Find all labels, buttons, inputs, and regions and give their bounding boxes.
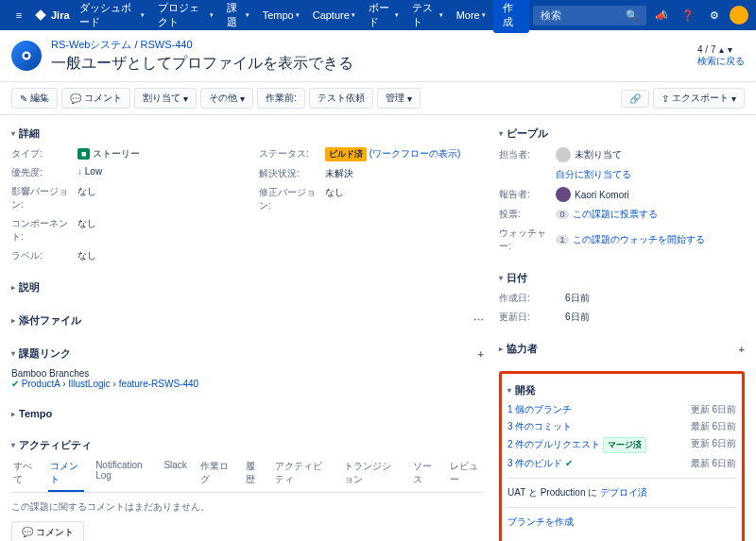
jira-logo[interactable]: Jira (34, 8, 70, 22)
pager-up-icon[interactable]: ▴ (719, 44, 724, 55)
details-header[interactable]: ▾詳細 (11, 123, 484, 144)
attachments-header[interactable]: ▸添付ファイル⋯ (11, 310, 484, 331)
tempo-header[interactable]: ▸Tempo (11, 404, 484, 423)
assign-button[interactable]: 割り当て ▾ (134, 88, 197, 109)
tab-all[interactable]: すべて (11, 456, 39, 492)
status-badge: ビルド済 (325, 147, 367, 161)
tab-history[interactable]: 履歴 (244, 456, 264, 492)
bamboo-path3[interactable]: feature-RSWS-440 (119, 379, 198, 389)
share-button[interactable]: 🔗 (621, 90, 649, 108)
tab-notification[interactable]: Notification Log (94, 456, 152, 492)
nav-dashboards[interactable]: ダッシュボード ▾ (74, 0, 150, 33)
search-icon: 🔍 (626, 9, 639, 22)
bamboo-path2[interactable]: IllustLogic (68, 379, 110, 389)
workflow-link[interactable]: (ワークフローの表示) (369, 148, 461, 159)
tab-activity[interactable]: アクティビティ (273, 456, 333, 492)
comments-empty: この課題に関するコメントはまだありません。 (11, 493, 484, 521)
vote-link[interactable]: この課題に投票する (573, 208, 658, 221)
create-branch-link[interactable]: ブランチを作成 (507, 516, 736, 529)
pager-down-icon[interactable]: ▾ (728, 44, 732, 55)
tab-slack[interactable]: Slack (162, 456, 188, 492)
help-icon[interactable]: ❓ (677, 4, 699, 26)
add-comment-button[interactable]: 💬 コメント (11, 521, 84, 541)
nav-tempo[interactable]: Tempo ▾ (257, 0, 305, 33)
nav-test[interactable]: テスト ▾ (406, 0, 448, 33)
top-menu: ダッシュボード ▾ プロジェクト ▾ 課題 ▾ Tempo ▾ Capture … (74, 0, 529, 33)
branch-link[interactable]: 1 個のブランチ (507, 403, 691, 416)
svg-point-1 (25, 54, 29, 59)
build-ok-icon: ✔ (565, 458, 573, 468)
other-button[interactable]: その他 ▾ (200, 88, 253, 109)
unassigned-avatar (556, 147, 571, 162)
dev-header[interactable]: ▾開発 (507, 380, 736, 401)
tab-worklog[interactable]: 作業ログ (198, 456, 234, 492)
issue-pager: 4 / 7 ▴ ▾ (697, 44, 745, 55)
project-link[interactable]: RS-Webシステム (51, 39, 131, 50)
settings-icon[interactable]: ⚙ (703, 4, 726, 26)
nav-more[interactable]: More ▾ (451, 0, 491, 33)
story-icon: ■ (77, 148, 90, 160)
nav-boards[interactable]: ボード ▾ (363, 0, 404, 33)
edit-button[interactable]: ✎ 編集 (11, 88, 58, 109)
nav-issues[interactable]: 課題 ▾ (221, 0, 254, 33)
bamboo-label: Bamboo Branches (11, 368, 484, 379)
bamboo-path1[interactable]: ProductA (22, 379, 60, 389)
watch-link[interactable]: この課題のウォッチを開始する (573, 233, 705, 246)
workflow-pre[interactable]: 作業前: (257, 88, 305, 109)
merged-badge: マージ済 (603, 437, 646, 453)
issue-title: 一般ユーザとしてプロファイルを表示できる (51, 54, 353, 74)
watchers-badge: 1 (556, 235, 569, 245)
tab-reviews[interactable]: レビュー (448, 456, 484, 492)
breadcrumb: RS-Webシステム / RSWS-440 (51, 38, 353, 52)
tab-comments[interactable]: コメント (48, 456, 84, 492)
add-collab-icon[interactable]: + (739, 344, 745, 355)
export-button[interactable]: ⇪ エクスポート ▾ (653, 88, 745, 109)
tab-source[interactable]: ソース (411, 456, 438, 492)
feedback-icon[interactable]: 📣 (650, 4, 673, 26)
activity-tabs: すべて コメント Notification Log Slack 作業ログ 履歴 … (11, 456, 484, 493)
highlighted-region: ▾開発 1 個のブランチ更新 6日前 3 件のコミット最新 6日前 2 件のプル… (499, 371, 745, 541)
project-avatar[interactable] (11, 41, 42, 71)
issue-key-link[interactable]: RSWS-440 (141, 39, 193, 50)
workflow-testreq[interactable]: テスト依頼 (309, 88, 373, 109)
commits-link[interactable]: 3 件のコミット (507, 420, 691, 433)
attach-more-icon[interactable]: ⋯ (473, 314, 484, 327)
reporter-avatar (556, 187, 571, 202)
manage-button[interactable]: 管理 ▾ (377, 88, 421, 109)
user-avatar[interactable] (730, 6, 748, 25)
comment-button[interactable]: 💬 コメント (61, 88, 130, 109)
votes-badge: 0 (556, 210, 569, 219)
deploy-link[interactable]: デプロイ済 (600, 487, 647, 498)
description-header[interactable]: ▸説明 (11, 277, 484, 298)
add-link-icon[interactable]: + (478, 348, 484, 360)
create-button[interactable]: 作成 (493, 0, 529, 33)
back-to-search-link[interactable]: 検索に戻る (697, 56, 745, 66)
priority-low-icon: ↓ (77, 166, 82, 177)
activity-header[interactable]: ▾アクティビティ (11, 434, 484, 456)
search-input[interactable]: 検索 🔍 (533, 6, 646, 25)
nav-capture[interactable]: Capture ▾ (307, 0, 361, 33)
collab-header[interactable]: ▸協力者+ (499, 338, 745, 360)
tab-transitions[interactable]: トランジション (342, 456, 402, 492)
nav-projects[interactable]: プロジェクト ▾ (152, 0, 220, 33)
build-success-icon: ✔ (11, 379, 19, 389)
app-switcher-icon[interactable]: ≡ (8, 4, 30, 26)
prs-link[interactable]: 2 件のプルリクエスト (507, 439, 600, 449)
assign-to-me-link[interactable]: 自分に割り当てる (556, 168, 631, 181)
builds-link[interactable]: 3 件のビルド (507, 458, 562, 468)
people-header[interactable]: ▾ピープル (499, 123, 745, 144)
links-header[interactable]: ▾課題リンク+ (11, 343, 484, 364)
dates-header[interactable]: ▾日付 (499, 267, 745, 289)
